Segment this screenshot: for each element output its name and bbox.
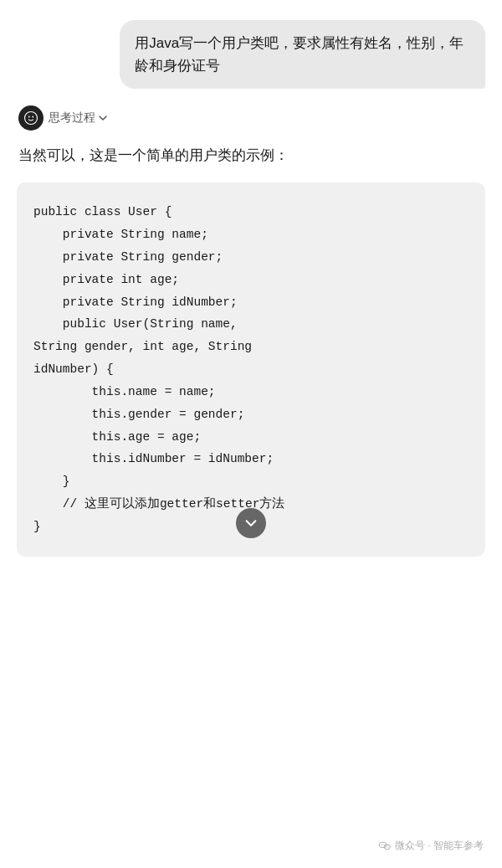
- svg-point-0: [25, 112, 38, 125]
- scroll-down-button[interactable]: [236, 508, 266, 538]
- svg-point-2: [32, 116, 33, 118]
- wechat-icon: [378, 840, 392, 853]
- thinking-label[interactable]: 思考过程: [49, 110, 108, 126]
- code-block: public class User { private String name;…: [17, 182, 485, 556]
- svg-point-8: [387, 846, 388, 847]
- code-block-wrapper: public class User { private String name;…: [17, 182, 485, 569]
- footer-watermark: 微众号 · 智能车参考: [378, 839, 484, 853]
- chevron-down-icon: [98, 113, 108, 123]
- chevron-svg: [98, 113, 108, 123]
- user-message-bubble: 用Java写一个用户类吧，要求属性有姓名，性别，年龄和身份证号: [120, 20, 485, 89]
- svg-point-7: [386, 846, 387, 847]
- assistant-intro-text: 当然可以，这是一个简单的用户类的示例：: [17, 144, 485, 167]
- user-message-wrapper: 用Java写一个用户类吧，要求属性有姓名，性别，年龄和身份证号: [17, 20, 485, 89]
- code-content: public class User { private String name;…: [33, 201, 469, 537]
- thinking-label-text: 思考过程: [49, 110, 95, 126]
- user-message-text: 用Java写一个用户类吧，要求属性有姓名，性别，年龄和身份证号: [135, 35, 464, 74]
- intro-text-content: 当然可以，这是一个简单的用户类的示例：: [18, 147, 289, 163]
- thinking-row[interactable]: 思考过程: [17, 105, 485, 131]
- assistant-avatar: [18, 105, 44, 131]
- page-container: 用Java写一个用户类吧，要求属性有姓名，性别，年龄和身份证号 思考过程 当然可…: [0, 0, 502, 868]
- svg-point-4: [381, 844, 382, 845]
- smiley-icon: [23, 110, 38, 126]
- scroll-down-arrow-icon: [243, 516, 259, 531]
- watermark-text: 微众号 · 智能车参考: [395, 839, 484, 853]
- svg-point-1: [28, 116, 30, 118]
